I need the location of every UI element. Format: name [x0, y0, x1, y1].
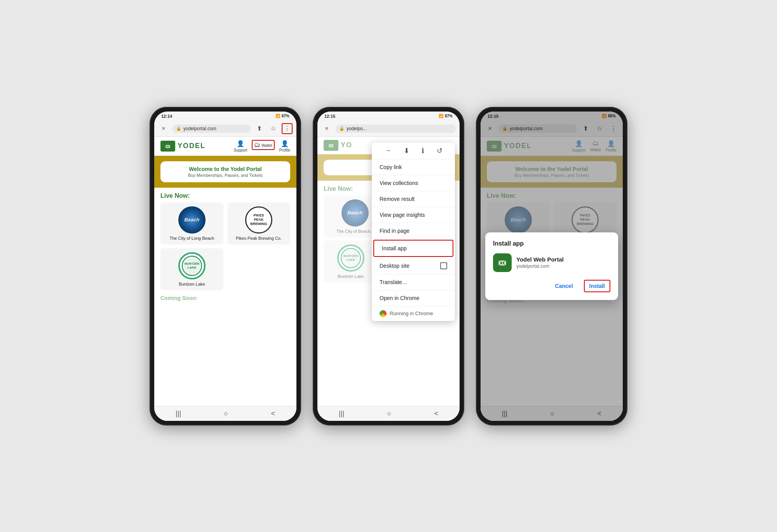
yodel-logo-icon-1: 🎟 [160, 141, 175, 152]
bottom-home-1[interactable]: ○ [224, 410, 228, 418]
bottom-bar-2: ||| ○ < [317, 406, 460, 421]
browser-bar-1: × 🔒 yodelportal.com ⬆ ☆ ⋮ [154, 121, 296, 137]
app-content-1: 🎟 YODEL 👤 Support 🗂 Wallet [154, 137, 296, 406]
chrome-icon [380, 310, 387, 317]
wifi-icon: 📶 [275, 114, 280, 118]
venue-card-pp-1[interactable]: PIKESPEAKBREWING Pikes Peak Brewing Co. [227, 202, 290, 244]
menu-open-chrome[interactable]: Open in Chrome [372, 290, 455, 306]
status-bar-2: 12:15 📶 87% [317, 112, 460, 121]
support-icon-1: 👤 [237, 140, 244, 147]
yodel-logo-text-2: YO [341, 141, 352, 149]
bz-logo-2: BUNTZENLAKE [337, 244, 364, 272]
profile-label-1: Profile [279, 148, 290, 152]
yodel-logo-2: 🎟 YO [324, 140, 352, 151]
status-time-2: 12:15 [324, 114, 335, 119]
phone-2: 12:15 📶 87% × 🔒 yodelpo... 🎟 [313, 107, 464, 426]
close-button-2[interactable]: × [321, 123, 332, 134]
support-label-1: Support [233, 148, 247, 152]
nav-profile-1[interactable]: 👤 Profile [279, 140, 290, 152]
nav-support-1[interactable]: 👤 Support [233, 140, 247, 152]
menu-view-collections[interactable]: View collections [372, 175, 455, 191]
bottom-back-1[interactable]: < [271, 410, 275, 418]
wallet-icon-1: 🗂 [254, 141, 260, 148]
venue-name-lb-2: The City of Beach... [336, 229, 374, 234]
bz-logo-1: BUNTZENLAKE [178, 252, 206, 279]
download-icon[interactable]: ⬇ [404, 147, 409, 155]
bottom-bar-1: ||| ○ < [154, 406, 296, 421]
coming-soon-1: Coming Soon: [154, 290, 296, 306]
nav-items-1: 👤 Support 🗂 Wallet 👤 Profile [233, 140, 290, 152]
url-bar-1[interactable]: 🔒 yodelportal.com [172, 124, 251, 133]
install-app-info: Yodel Web Portal yodelportal.com [516, 256, 564, 269]
wifi-icon-2: 📶 [439, 114, 443, 118]
hero-title-1: Welcome to the Yodel Portal [168, 166, 282, 172]
menu-remove-result[interactable]: Remove result [372, 191, 455, 207]
desktop-site-label: Desktop site [380, 263, 409, 269]
venue-grid-1: Beach The City of Long Beach PIKESPEAKBR… [154, 202, 296, 290]
bottom-home-2[interactable]: ○ [387, 410, 391, 418]
menu-desktop-site[interactable]: Desktop site [372, 258, 455, 274]
yodel-logo-1[interactable]: 🎟 YODEL [160, 141, 206, 152]
install-dialog: Install app 🎟 Yodel Web Portal yodelport… [485, 232, 618, 300]
forward-icon[interactable]: → [384, 147, 391, 155]
install-app-icon: 🎟 [493, 253, 512, 272]
hero-subtitle-1: Buy Memberships, Passes, and Tickets [168, 173, 282, 178]
bottom-menu-2[interactable]: ||| [339, 410, 344, 418]
running-in-chrome-row: Running in Chrome [372, 306, 455, 321]
venue-name-lb-1: The City of Long Beach [170, 236, 214, 241]
menu-install-app[interactable]: Install app [373, 240, 453, 257]
venue-name-bz-2: Buntzen Lake [338, 274, 364, 279]
bottom-back-2[interactable]: < [434, 410, 438, 418]
share-button-1[interactable]: ⬆ [254, 123, 265, 134]
install-button[interactable]: Install [584, 280, 610, 292]
status-icons-2: 📶 87% [439, 114, 453, 118]
install-app-url: yodelportal.com [516, 263, 564, 269]
bottom-menu-1[interactable]: ||| [176, 410, 181, 418]
yodel-logo-icon-2: 🎟 [324, 140, 338, 151]
battery-1: 87% [282, 114, 289, 118]
url-text-1: yodelportal.com [183, 126, 216, 131]
install-app-row: 🎟 Yodel Web Portal yodelportal.com [493, 253, 610, 272]
wallet-label-1: Wallet [261, 143, 272, 148]
close-button-1[interactable]: × [158, 123, 169, 134]
live-now-title-1: Live Now: [154, 188, 296, 202]
install-app-name: Yodel Web Portal [516, 256, 564, 263]
context-menu[interactable]: → ⬇ ℹ ↺ Copy link View collections Remov… [372, 143, 455, 321]
venue-name-bz-1: Buntzen Lake [179, 282, 205, 286]
refresh-icon[interactable]: ↺ [437, 147, 443, 155]
menu-translate[interactable]: Translate… [372, 274, 455, 290]
lock-icon-2: 🔒 [339, 126, 345, 131]
status-icons-1: 📶 87% [275, 114, 289, 118]
info-icon[interactable]: ℹ [422, 147, 424, 155]
venue-card-bz-2: BUNTZENLAKE Buntzen Lake [324, 241, 378, 283]
phone-1: 12:14 📶 87% × 🔒 yodelportal.com ⬆ ☆ ⋮ [150, 107, 301, 426]
context-menu-header: → ⬇ ℹ ↺ [372, 143, 455, 159]
lb-logo-2: Beach [341, 199, 369, 227]
hero-card-1: Welcome to the Yodel Portal Buy Membersh… [160, 161, 290, 182]
yodel-nav-1: 🎟 YODEL 👤 Support 🗂 Wallet [154, 137, 296, 156]
menu-find-in-page[interactable]: Find in page [372, 223, 455, 239]
menu-button-1[interactable]: ⋮ [282, 123, 293, 134]
cancel-button[interactable]: Cancel [551, 281, 578, 291]
nav-wallet-1[interactable]: 🗂 Wallet [252, 140, 274, 152]
venue-card-bz-1[interactable]: BUNTZENLAKE Buntzen Lake [160, 248, 223, 290]
menu-page-insights[interactable]: View page insights [372, 207, 455, 223]
battery-2: 87% [445, 114, 453, 118]
lb-logo-1: Beach [178, 206, 206, 234]
install-dialog-actions: Cancel Install [493, 280, 610, 292]
phone-3: 12:15 📶 86% × 🔒 yodelportal.com ⬆ ☆ ⋮ [476, 107, 627, 426]
yodel-logo-text-1: YODEL [178, 142, 206, 150]
menu-copy-link[interactable]: Copy link [372, 159, 455, 175]
install-dialog-title: Install app [493, 240, 610, 247]
profile-icon-1: 👤 [281, 140, 289, 147]
desktop-site-checkbox[interactable] [440, 262, 447, 269]
screenshot-container: 12:14 📶 87% × 🔒 yodelportal.com ⬆ ☆ ⋮ [150, 107, 627, 426]
bookmark-button-1[interactable]: ☆ [268, 123, 279, 134]
venue-card-lb-1[interactable]: Beach The City of Long Beach [160, 202, 223, 244]
url-bar-2[interactable]: 🔒 yodelpo... [335, 124, 456, 133]
pp-logo-1: PIKESPEAKBREWING [245, 206, 272, 234]
hero-banner-1: Welcome to the Yodel Portal Buy Membersh… [154, 156, 296, 188]
browser-bar-2: × 🔒 yodelpo... [317, 121, 460, 137]
lock-icon-1: 🔒 [176, 126, 181, 131]
status-bar-1: 12:14 📶 87% [154, 112, 296, 121]
